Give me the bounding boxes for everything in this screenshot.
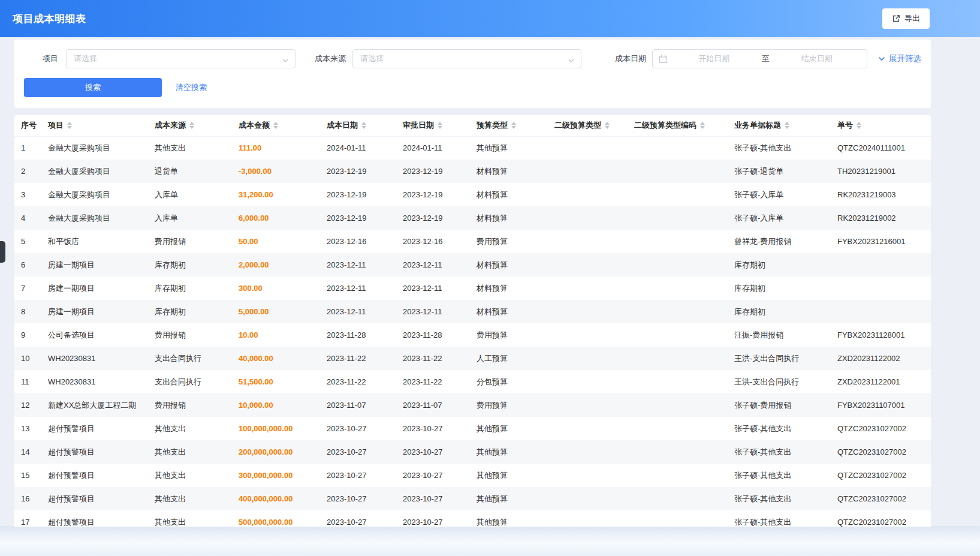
table-row[interactable]: 8房建一期项目库存期初5,000.002023-12-112023-12-11材… <box>14 300 931 323</box>
table-row[interactable]: 7房建一期项目库存期初300.002023-12-112023-12-11材料预… <box>14 277 931 300</box>
table-cell: 入库单 <box>149 183 233 206</box>
table-cell: TH20231219001 <box>831 160 931 183</box>
table-cell: 曾祥龙-费用报销 <box>728 230 831 253</box>
table-row[interactable]: 6房建一期项目库存期初2,000.002023-12-112023-12-11材… <box>14 253 931 277</box>
table-cell: 2023-12-11 <box>321 253 397 277</box>
column-header-label: 二级预算类型编码 <box>634 120 696 131</box>
table-cell <box>628 230 728 253</box>
table-row[interactable]: 1金融大厦采购项目其他支出111.002024-01-112024-01-11其… <box>14 136 931 160</box>
table-cell <box>628 136 728 160</box>
table-cell: 退货单 <box>149 160 233 183</box>
table-cell: 2024-01-11 <box>321 136 397 160</box>
table-cell: 111.00 <box>233 136 321 160</box>
table-cell: 2023-10-27 <box>321 510 397 527</box>
column-header[interactable]: 成本日期 <box>321 115 397 136</box>
table-cell: 5 <box>14 230 42 253</box>
table-row[interactable]: 17超付预警项目其他支出500,000,000.002023-10-272023… <box>14 510 931 527</box>
table-cell: 分包预算 <box>471 370 548 393</box>
sort-icon[interactable] <box>511 122 516 129</box>
column-header[interactable]: 二级预算类型编码 <box>628 115 728 136</box>
table-cell: 2023-12-19 <box>397 206 471 230</box>
chevron-down-icon <box>568 56 575 67</box>
project-select[interactable]: 请选择 <box>66 49 295 68</box>
start-date-input[interactable]: 开始日期 <box>670 53 758 64</box>
table-cell: 2 <box>14 160 42 183</box>
table-cell: 2023-11-07 <box>397 393 471 417</box>
table-cell <box>548 440 628 464</box>
table-row[interactable]: 15超付预警项目其他支出300,000,000.002023-10-272023… <box>14 464 931 487</box>
expand-filters-link[interactable]: 展开筛选 <box>878 53 921 64</box>
cost-date-range-picker[interactable]: 开始日期 至 结束日期 <box>652 49 867 68</box>
table-cell <box>628 253 728 277</box>
column-header[interactable]: 预算类型 <box>471 115 548 136</box>
drawer-handle[interactable] <box>0 241 5 263</box>
sort-icon[interactable] <box>700 122 705 129</box>
chevron-down-icon <box>282 56 289 67</box>
app-header: 项目成本明细表 导出 <box>0 0 980 37</box>
filter-actions: 搜索 清空搜索 <box>24 78 921 97</box>
table-row[interactable]: 16超付预警项目其他支出400,000,000.002023-10-272023… <box>14 487 931 510</box>
table-cell: 300,000,000.00 <box>233 464 321 487</box>
clear-search-link[interactable]: 清空搜索 <box>176 82 207 93</box>
search-button[interactable]: 搜索 <box>24 78 162 97</box>
table-cell: 2023-11-28 <box>321 323 397 347</box>
cost-source-select[interactable]: 请选择 <box>352 49 581 68</box>
table-cell: 其他预算 <box>471 440 548 464</box>
cost-table: 序号项目成本来源成本金额成本日期审批日期预算类型二级预算类型二级预算类型编码业务… <box>14 115 931 527</box>
table-cell: 7 <box>14 277 42 300</box>
table-cell: 2023-10-27 <box>397 510 471 527</box>
table-cell <box>628 183 728 206</box>
table-cell: 其他支出 <box>149 417 233 440</box>
cost-source-filter-label: 成本来源 <box>312 53 346 64</box>
sort-icon[interactable] <box>189 122 194 129</box>
export-button[interactable]: 导出 <box>882 8 930 29</box>
table-cell <box>548 393 628 417</box>
table-cell: 张子硕-其他支出 <box>728 440 831 464</box>
table-cell: 费用报销 <box>149 230 233 253</box>
column-header[interactable]: 成本金额 <box>233 115 321 136</box>
table-cell <box>628 370 728 393</box>
table-cell: 材料预算 <box>471 206 548 230</box>
sort-icon[interactable] <box>605 122 610 129</box>
column-header[interactable]: 业务单据标题 <box>728 115 831 136</box>
column-header[interactable]: 单号 <box>831 115 931 136</box>
sort-icon[interactable] <box>361 122 366 129</box>
table-row[interactable]: 2金融大厦采购项目退货单-3,000.002023-12-192023-12-1… <box>14 160 931 183</box>
table-cell: 6 <box>14 253 42 277</box>
sort-icon[interactable] <box>785 122 789 129</box>
table-row[interactable]: 9公司备选项目费用报销10.002023-11-282023-11-28费用预算… <box>14 323 931 347</box>
table-row[interactable]: 4金融大厦采购项目入库单6,000.002023-12-192023-12-19… <box>14 206 931 230</box>
column-header[interactable]: 审批日期 <box>397 115 471 136</box>
table-cell: 2023-12-19 <box>321 206 397 230</box>
table-cell: 王洪-支出合同执行 <box>728 347 831 370</box>
end-date-input[interactable]: 结束日期 <box>773 53 861 64</box>
table-cell: 支出合同执行 <box>149 347 233 370</box>
column-header[interactable]: 二级预算类型 <box>548 115 628 136</box>
sort-icon[interactable] <box>67 122 72 129</box>
table-row[interactable]: 14超付预警项目其他支出200,000,000.002023-10-272023… <box>14 440 931 464</box>
sort-icon[interactable] <box>438 122 442 129</box>
table-row[interactable]: 3金融大厦采购项目入库单31,200.002023-12-192023-12-1… <box>14 183 931 206</box>
sort-icon[interactable] <box>857 122 861 129</box>
table-cell: 2023-12-11 <box>321 300 397 323</box>
table-cell: 2023-11-22 <box>397 347 471 370</box>
column-header: 序号 <box>14 115 42 136</box>
column-header[interactable]: 项目 <box>42 115 149 136</box>
table-row[interactable]: 12新建XX总部大厦工程二期费用报销10,000.002023-11-07202… <box>14 393 931 417</box>
table-row[interactable]: 5和平饭店费用报销50.002023-12-162023-12-16费用预算曾祥… <box>14 230 931 253</box>
table-row[interactable]: 13超付预警项目其他支出100,000,000.002023-10-272023… <box>14 417 931 440</box>
table-cell: 9 <box>14 323 42 347</box>
table-cell <box>548 160 628 183</box>
table-cell: 房建一期项目 <box>42 253 149 277</box>
table-row[interactable]: 11WH20230831支出合同执行51,500.002023-11-22202… <box>14 370 931 393</box>
table-cell: RK20231219003 <box>831 183 931 206</box>
table-cell: FYBX20231216001 <box>831 230 931 253</box>
column-header[interactable]: 成本来源 <box>149 115 233 136</box>
table-cell: 材料预算 <box>471 300 548 323</box>
table-cell <box>548 206 628 230</box>
table-cell: 张子硕-入库单 <box>728 183 831 206</box>
table-cell: 张子硕-其他支出 <box>728 417 831 440</box>
sort-icon[interactable] <box>273 122 278 129</box>
table-row[interactable]: 10WH20230831支出合同执行40,000.002023-11-22202… <box>14 347 931 370</box>
table-cell: 16 <box>14 487 42 510</box>
